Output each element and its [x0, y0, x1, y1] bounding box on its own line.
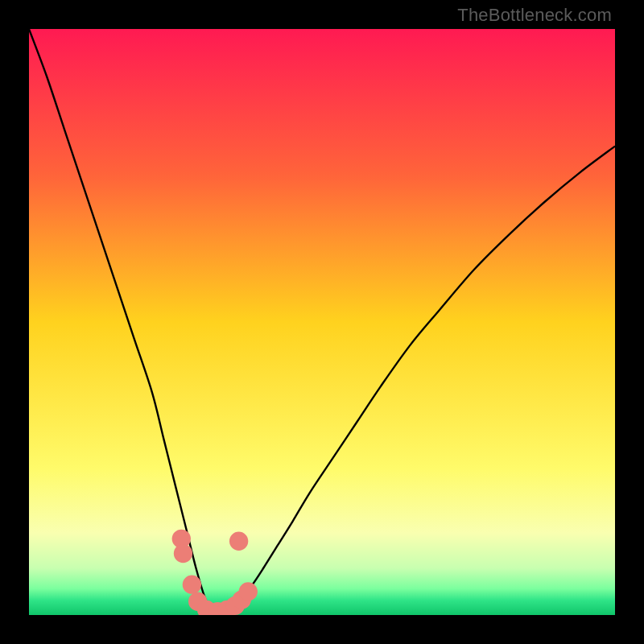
chart-background-gradient [29, 29, 615, 615]
marker-point [174, 544, 192, 563]
watermark-text: TheBottleneck.com [457, 5, 612, 26]
marker-point [239, 582, 258, 601]
marker-point [183, 575, 201, 593]
chart-svg [29, 29, 615, 615]
marker-point [229, 532, 248, 551]
chart-plot-area [29, 29, 615, 615]
